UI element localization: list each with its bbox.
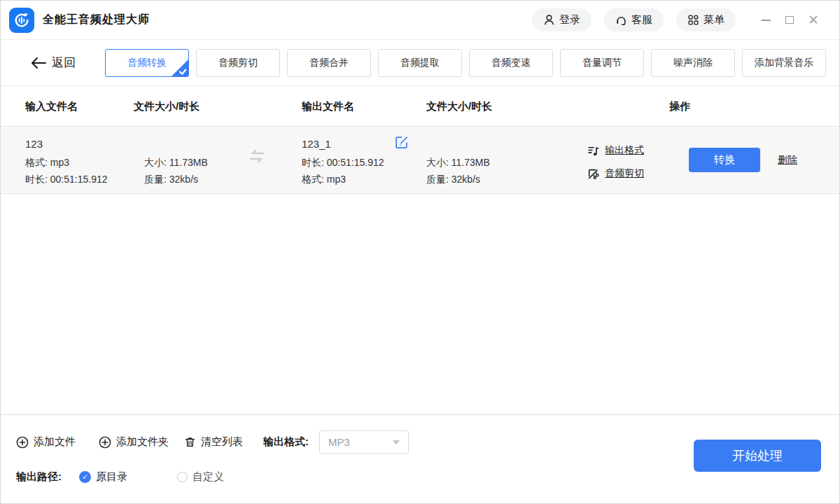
tab-label: 添加背景音乐 <box>755 57 813 69</box>
back-button[interactable]: 返回 <box>30 55 76 71</box>
output-quality: 质量: 32kb/s <box>426 174 480 186</box>
window-controls: ✕ <box>754 8 825 32</box>
plus-circle-icon <box>99 436 111 449</box>
output-format: 格式: mp3 <box>302 174 346 186</box>
menu-button[interactable]: 菜单 <box>676 8 736 31</box>
minimize-button[interactable] <box>754 8 778 32</box>
tab-audio-speed[interactable]: 音频变速 <box>469 49 553 77</box>
table-row: 123 格式: mp3 时长: 00:51:15.912 大小: 11.73MB… <box>1 127 839 194</box>
tabs: 音频转换 音频剪切 音频合并 音频提取 音频变速 音量调节 噪声消除 添加背景音… <box>105 49 826 77</box>
tab-label: 音频提取 <box>400 57 440 69</box>
tab-volume-adjust[interactable]: 音量调节 <box>560 49 644 77</box>
feature-tab-bar: 返回 音频转换 音频剪切 音频合并 音频提取 音频变速 音量调节 噪声消除 添加… <box>1 40 839 86</box>
tab-audio-convert[interactable]: 音频转换 <box>105 49 189 77</box>
clear-list-label: 清空列表 <box>201 435 243 449</box>
output-format-link[interactable]: 输出格式 <box>587 144 644 157</box>
audio-cut-link[interactable]: 音频剪切 <box>587 167 644 180</box>
add-folder-button[interactable]: 添加文件夹 <box>99 430 169 454</box>
tab-audio-merge[interactable]: 音频合并 <box>287 49 371 77</box>
tab-label: 音频变速 <box>491 57 531 69</box>
output-format-link-label: 输出格式 <box>605 144 644 157</box>
app-logo <box>9 8 34 33</box>
output-size: 大小: 11.73MB <box>426 157 490 169</box>
table-header: 输入文件名 文件大小/时长 输出文件名 文件大小/时长 操作 <box>1 86 839 127</box>
tab-audio-cut[interactable]: 音频剪切 <box>196 49 280 77</box>
tab-add-bgm[interactable]: 添加背景音乐 <box>742 49 826 77</box>
back-label: 返回 <box>52 55 76 71</box>
close-button[interactable]: ✕ <box>802 8 825 32</box>
input-filename: 123 <box>25 138 43 150</box>
add-file-label: 添加文件 <box>34 435 76 449</box>
convert-button[interactable]: 转换 <box>689 148 760 172</box>
radio-unchecked-icon <box>177 472 188 482</box>
col-input-filename: 输入文件名 <box>25 100 78 113</box>
radio-original-directory[interactable]: ✓ 原目录 <box>79 465 127 489</box>
add-folder-label: 添加文件夹 <box>116 435 169 449</box>
music-note-icon <box>587 145 599 157</box>
headset-icon <box>615 14 627 26</box>
scissors-icon <box>587 168 599 180</box>
swap-arrows-icon <box>247 148 267 164</box>
tab-label: 音频合并 <box>309 57 349 69</box>
tab-label: 音量调节 <box>582 57 622 69</box>
audio-refresh-icon <box>13 11 31 29</box>
output-duration: 时长: 00:51:15.912 <box>302 157 384 169</box>
radio-custom-path[interactable]: 自定义 <box>177 465 224 489</box>
footer-toolbar: 添加文件 添加文件夹 清空列表 输出格式: MP3 开始处理 输出路径: ✓ 原… <box>1 414 839 504</box>
col-output-filename: 输出文件名 <box>302 100 354 113</box>
trash-icon <box>184 436 196 448</box>
output-format-label: 输出格式: <box>263 430 309 454</box>
output-format-value: MP3 <box>328 436 350 448</box>
col-actions: 操作 <box>669 100 690 113</box>
empty-list-area <box>1 194 839 414</box>
login-label: 登录 <box>559 13 580 27</box>
tab-noise-removal[interactable]: 噪声消除 <box>651 49 735 77</box>
rename-edit-icon[interactable] <box>395 136 408 149</box>
output-format-select[interactable]: MP3 <box>319 430 409 454</box>
back-arrow-icon <box>30 57 47 69</box>
title-bar: 全能王音频处理大师 登录 客服 <box>1 1 839 40</box>
input-size: 大小: 11.73MB <box>144 157 208 169</box>
support-label: 客服 <box>631 13 652 27</box>
tab-label: 噪声消除 <box>673 57 713 69</box>
minimize-icon <box>762 20 771 21</box>
tab-audio-extract[interactable]: 音频提取 <box>378 49 462 77</box>
close-icon: ✕ <box>808 13 819 27</box>
input-quality: 质量: 32kb/s <box>144 174 198 186</box>
chevron-down-icon <box>393 440 400 444</box>
grid-menu-icon <box>687 14 699 26</box>
clear-list-button[interactable]: 清空列表 <box>184 430 243 454</box>
check-corner-icon <box>171 59 189 77</box>
user-icon <box>543 14 555 26</box>
input-format: 格式: mp3 <box>25 157 69 169</box>
col-output-size-duration: 文件大小/时长 <box>426 100 492 113</box>
maximize-icon <box>785 16 794 24</box>
radio-checked-icon: ✓ <box>79 471 91 483</box>
menu-label: 菜单 <box>704 13 724 27</box>
audio-cut-link-label: 音频剪切 <box>605 167 644 180</box>
start-processing-button[interactable]: 开始处理 <box>694 440 821 472</box>
col-input-size-duration: 文件大小/时长 <box>134 100 200 113</box>
output-filename: 123_1 <box>302 138 331 150</box>
delete-link[interactable]: 删除 <box>778 154 797 167</box>
output-path-label: 输出路径: <box>16 465 62 489</box>
support-button[interactable]: 客服 <box>604 8 664 31</box>
custom-path-label: 自定义 <box>192 470 224 484</box>
app-title: 全能王音频处理大师 <box>43 13 150 27</box>
tab-label: 音频转换 <box>127 57 167 69</box>
login-button[interactable]: 登录 <box>532 8 592 31</box>
original-directory-label: 原目录 <box>96 470 127 484</box>
input-duration: 时长: 00:51:15.912 <box>25 174 108 186</box>
tab-label: 音频剪切 <box>218 57 258 69</box>
add-file-button[interactable]: 添加文件 <box>16 430 76 454</box>
maximize-button[interactable] <box>778 8 802 32</box>
plus-circle-icon <box>16 436 29 449</box>
